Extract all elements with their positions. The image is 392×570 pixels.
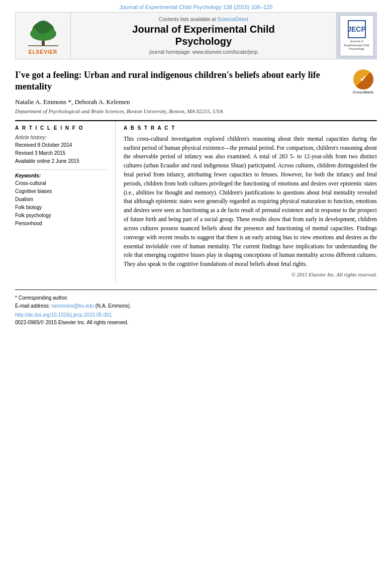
paper-title: I've got a feeling: Urban and rural indi… [15, 69, 377, 93]
copyright-line: © 2015 Elsevier Inc. All rights reserved… [124, 272, 377, 277]
affiliation: Department of Psychological and Brain Sc… [15, 108, 377, 114]
crossmark-label: CrossMark [349, 90, 377, 95]
email-line: E-mail address: nemmons@bu.edu (N.A. Emm… [15, 302, 377, 310]
received-date: Received 8 October 2014 [15, 141, 107, 149]
journal-info: Contents lists available at ScienceDirec… [71, 13, 336, 59]
elsevier-logo: ELSEVIER [16, 13, 71, 59]
svg-point-4 [31, 31, 40, 38]
article-history-group: Article history: Received 8 October 2014… [15, 135, 107, 165]
keyword-cognitive-biases: Cognitive biases [15, 187, 107, 196]
authors: Natalie A. Emmons *, Deborah A. Kelemen [15, 98, 377, 106]
keyword-dualism: Dualism [15, 196, 107, 204]
keyword-cross-cultural: Cross-cultural [15, 179, 107, 187]
elsevier-tree-icon [26, 20, 61, 47]
revised-date: Revised 3 March 2015 [15, 149, 107, 157]
journal-title: Journal of Experimental Child Psychology [132, 23, 274, 47]
svg-rect-0 [42, 41, 45, 46]
available-date: Available online 2 June 2015 [15, 157, 107, 165]
sciencedirect-link[interactable]: ScienceDirect [217, 17, 248, 22]
paper-section: I've got a feeling: Urban and rural indi… [15, 64, 377, 281]
contents-line: Contents lists available at ScienceDirec… [159, 17, 248, 22]
email-link[interactable]: nemmons@bu.edu [51, 303, 94, 309]
jecp-box: JECP Journal of Experimental Child Psych… [340, 15, 374, 56]
info-divider [15, 169, 107, 170]
svg-point-5 [46, 31, 55, 38]
elsevier-brand-text: ELSEVIER [29, 49, 57, 55]
keyword-folk-biology: Folk biology [15, 204, 107, 212]
jecp-label: JECP [348, 20, 366, 38]
article-info-heading: A R T I C L E I N F O [15, 125, 107, 131]
article-info-column: A R T I C L E I N F O Article history: R… [15, 121, 116, 281]
crossmark-badge[interactable]: ✓ CrossMark [349, 69, 377, 95]
abstract-column: A B S T R A C T This cross-cultural inve… [116, 121, 377, 281]
corresponding-author-note: * Corresponding author. [15, 294, 377, 302]
issn-line: 0022-0965/© 2015 Elsevier Inc. All right… [15, 320, 377, 325]
keywords-group: Keywords: Cross-cultural Cognitive biase… [15, 173, 107, 228]
two-column-layout: A R T I C L E I N F O Article history: R… [15, 120, 377, 281]
top-citation: Journal of Experimental Child Psychology… [0, 0, 392, 12]
keyword-personhood: Personhood [15, 220, 107, 228]
jecp-logo-container: JECP Journal of Experimental Child Psych… [336, 13, 376, 59]
history-label: Article history: [15, 135, 107, 140]
crossmark-icon: ✓ [353, 69, 373, 89]
journal-header: ELSEVIER Contents lists available at Sci… [15, 12, 377, 59]
abstract-heading: A B S T R A C T [124, 125, 377, 131]
keyword-folk-psychology: Folk psychology [15, 212, 107, 220]
journal-homepage: journal homepage: www.elsevier.com/locat… [149, 49, 258, 55]
abstract-text: This cross-cultural investigation explor… [124, 135, 377, 269]
footer-section: * Corresponding author. E-mail address: … [15, 290, 377, 325]
keywords-label: Keywords: [15, 173, 107, 178]
doi-link[interactable]: http://dx.doi.org/10.1016/j.jecp.2015.05… [15, 312, 377, 318]
